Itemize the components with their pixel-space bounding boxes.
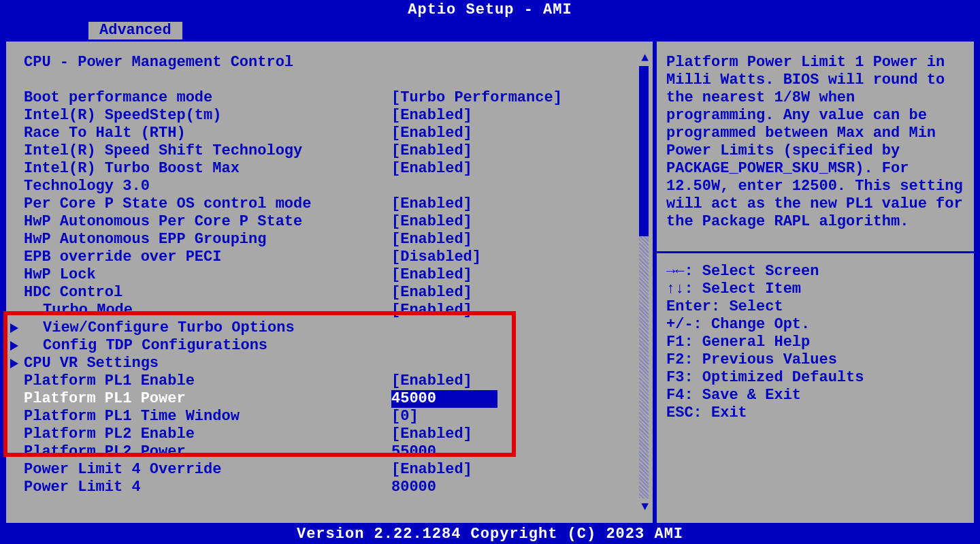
triangle-right-icon [10, 359, 18, 368]
setting-hdc-control[interactable]: HDC Control[Enabled] [12, 284, 647, 302]
key-select-screen: →←: Select Screen [666, 263, 964, 281]
setting-label: HwP Autonomous EPP Grouping [24, 231, 391, 249]
submenu-label: View/Configure Turbo Options [43, 319, 295, 336]
setting-race-to-halt[interactable]: Race To Halt (RTH)[Enabled] [12, 125, 647, 142]
setting-value: [Enabled] [391, 284, 472, 302]
setting-label: Intel(R) SpeedStep(tm) [24, 107, 391, 125]
setting-per-core-pstate[interactable]: Per Core P State OS control mode[Enabled… [12, 195, 647, 213]
key-select-item: ↑↓: Select Item [666, 281, 964, 298]
triangle-right-icon [10, 341, 18, 351]
main-container: CPU - Power Management Control Boot perf… [4, 39, 976, 525]
setting-value: [Turbo Performance] [391, 89, 562, 107]
setting-label: Race To Halt (RTH) [24, 125, 391, 142]
setting-label: Power Limit 4 Override [24, 461, 391, 479]
bios-footer: Version 2.22.1284 Copyright (C) 2023 AMI [0, 525, 980, 544]
submenu-config-tdp[interactable]: Config TDP Configurations [12, 337, 647, 355]
help-text: Platform Power Limit 1 Power in Milli Wa… [666, 54, 964, 231]
setting-label: Platform PL2 Power [24, 443, 391, 461]
setting-value: [Enabled] [391, 142, 472, 160]
bios-title: Aptio Setup - AMI [408, 1, 572, 18]
setting-platform-pl2-power[interactable]: Platform PL2 Power55000 [12, 443, 647, 461]
setting-platform-pl1-power[interactable]: Platform PL1 Power45000 [12, 390, 647, 408]
setting-hwp-lock[interactable]: HwP Lock[Enabled] [12, 266, 647, 284]
setting-value: [Enabled] [391, 160, 472, 178]
setting-hwp-auto-per-core[interactable]: HwP Autonomous Per Core P State[Enabled] [12, 213, 647, 231]
key-change-opt: +/-: Change Opt. [666, 316, 964, 334]
setting-platform-pl1-enable[interactable]: Platform PL1 Enable[Enabled] [12, 372, 647, 390]
scroll-up-icon[interactable]: ▲ [641, 51, 649, 65]
bios-title-bar: Aptio Setup - AMI [0, 0, 980, 20]
setting-value: [Enabled] [391, 461, 472, 479]
setting-technology-30: Technology 3.0 [12, 178, 647, 195]
setting-value: [Enabled] [391, 107, 472, 125]
tab-label: Advanced [99, 22, 172, 39]
help-pane: Platform Power Limit 1 Power in Milli Wa… [655, 39, 976, 525]
setting-label: HDC Control [24, 284, 391, 302]
setting-boot-perf-mode[interactable]: Boot performance mode[Turbo Performance] [12, 89, 647, 107]
setting-value: [Enabled] [391, 125, 472, 142]
setting-value: 55000 [391, 443, 436, 461]
scroll-down-icon[interactable]: ▼ [641, 500, 649, 513]
setting-platform-pl2-enable[interactable]: Platform PL2 Enable[Enabled] [12, 426, 647, 443]
setting-value: [Disabled] [391, 249, 481, 266]
setting-value: [Enabled] [391, 231, 472, 249]
submenu-view-turbo-options[interactable]: View/Configure Turbo Options [12, 319, 647, 337]
setting-turbo-boost-max[interactable]: Intel(R) Turbo Boost Max[Enabled] [12, 160, 647, 178]
setting-speedstep[interactable]: Intel(R) SpeedStep(tm)[Enabled] [12, 107, 647, 125]
key-f2: F2: Previous Values [666, 351, 964, 369]
setting-epb-override[interactable]: EPB override over PECI[Disabled] [12, 249, 647, 266]
key-legend: →←: Select Screen ↑↓: Select Item Enter:… [666, 263, 964, 422]
setting-value: [Enabled] [391, 195, 472, 213]
key-f4: F4: Save & Exit [666, 387, 964, 404]
setting-label: Platform PL1 Enable [24, 372, 391, 390]
setting-value: [Enabled] [391, 266, 472, 284]
tab-advanced[interactable]: Advanced [87, 20, 184, 39]
setting-label: Per Core P State OS control mode [24, 195, 391, 213]
submenu-cpu-vr-settings[interactable]: CPU VR Settings [12, 355, 647, 372]
setting-label: Platform PL1 Power [24, 390, 391, 408]
setting-value: 45000 [391, 390, 497, 408]
setting-value: [Enabled] [391, 302, 472, 319]
setting-value: [Enabled] [391, 426, 472, 443]
footer-text: Version 2.22.1284 Copyright (C) 2023 AMI [297, 526, 683, 543]
setting-label: Intel(R) Turbo Boost Max [24, 160, 391, 178]
setting-label: Platform PL2 Enable [24, 426, 391, 443]
blank-line [12, 71, 647, 89]
setting-label: Power Limit 4 [24, 479, 391, 496]
setting-value: [0] [391, 408, 419, 426]
setting-value: 80000 [391, 479, 436, 496]
setting-value: [Enabled] [391, 213, 472, 231]
setting-label: HwP Lock [24, 266, 391, 284]
setting-label: EPB override over PECI [24, 249, 391, 266]
setting-hwp-epp-grouping[interactable]: HwP Autonomous EPP Grouping[Enabled] [12, 231, 647, 249]
setting-power-limit-4-override[interactable]: Power Limit 4 Override[Enabled] [12, 461, 647, 479]
setting-label: Turbo Mode [24, 302, 391, 319]
key-f3: F3: Optimized Defaults [666, 369, 964, 387]
setting-label: Technology 3.0 [24, 178, 391, 195]
submenu-label: Config TDP Configurations [43, 337, 267, 354]
setting-label: Intel(R) Speed Shift Technology [24, 142, 391, 160]
triangle-right-icon [10, 323, 18, 333]
section-heading: CPU - Power Management Control [12, 54, 647, 71]
help-divider [657, 251, 974, 253]
key-f1: F1: General Help [666, 334, 964, 351]
submenu-label: CPU VR Settings [24, 355, 159, 372]
setting-power-limit-4[interactable]: Power Limit 480000 [12, 479, 647, 496]
key-enter: Enter: Select [666, 298, 964, 316]
setting-label: Platform PL1 Time Window [24, 408, 391, 426]
setting-label: HwP Autonomous Per Core P State [24, 213, 391, 231]
setting-platform-pl1-time[interactable]: Platform PL1 Time Window[0] [12, 408, 647, 426]
setting-value: [Enabled] [391, 372, 472, 390]
setting-speed-shift[interactable]: Intel(R) Speed Shift Technology[Enabled] [12, 142, 647, 160]
setting-turbo-mode[interactable]: Turbo Mode[Enabled] [12, 302, 647, 319]
setting-label: Boot performance mode [24, 89, 391, 107]
settings-pane: CPU - Power Management Control Boot perf… [4, 39, 655, 525]
scrollbar-thumb[interactable] [639, 66, 649, 236]
key-esc: ESC: Exit [666, 404, 964, 422]
